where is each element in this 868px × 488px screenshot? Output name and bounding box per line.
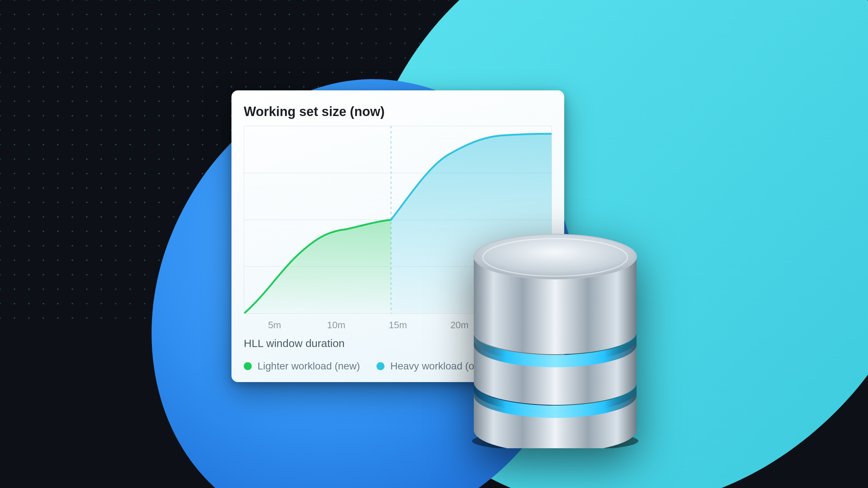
- xtick: 10m: [305, 320, 367, 331]
- xtick: 15m: [367, 320, 429, 331]
- legend-item-lighter: Lighter workload (new): [244, 360, 360, 372]
- legend-swatch-icon: [244, 362, 252, 370]
- xtick: 5m: [244, 320, 305, 331]
- database-icon: [467, 224, 644, 448]
- chart-title: Working set size (now): [244, 104, 552, 119]
- legend-label: Lighter workload (new): [258, 360, 360, 372]
- svg-point-5: [474, 234, 637, 279]
- legend-swatch-icon: [376, 362, 384, 370]
